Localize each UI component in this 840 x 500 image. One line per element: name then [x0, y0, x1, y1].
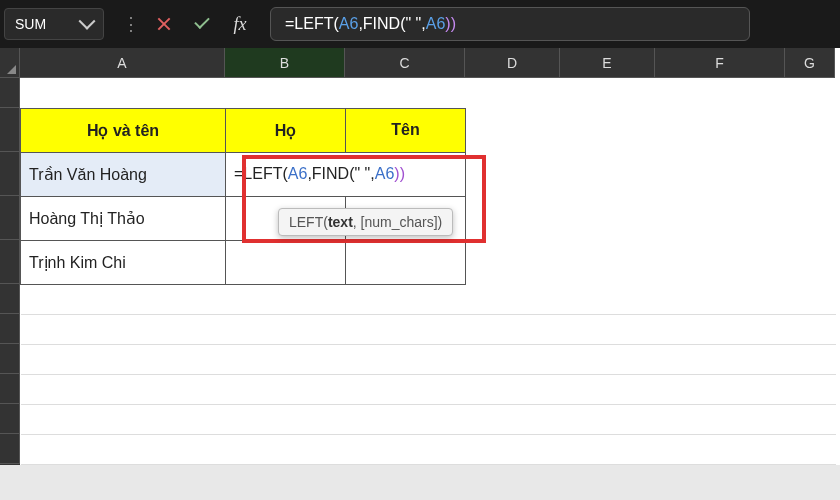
row-headers — [0, 78, 20, 465]
close-icon — [156, 16, 172, 32]
row-header[interactable] — [0, 240, 20, 284]
name-box[interactable]: SUM — [4, 8, 104, 40]
cell-name-1[interactable]: Trần Văn Hoàng — [21, 152, 226, 196]
function-tooltip: LEFT(text, [num_chars]) — [278, 208, 453, 236]
divider: ⋮ — [120, 13, 142, 35]
worksheet: A B C D E F G — [0, 48, 840, 465]
row-header[interactable] — [0, 108, 20, 152]
formula-toolbar: SUM ⋮ fx =LEFT(A6,FIND(" ",A6)) — [0, 0, 840, 48]
header-ho[interactable]: Họ — [226, 108, 346, 152]
cell-name-2[interactable]: Hoàng Thị Thảo — [21, 196, 226, 240]
row-header[interactable] — [0, 344, 20, 374]
row-header[interactable] — [0, 284, 20, 314]
row-header[interactable] — [0, 374, 20, 404]
cell-grid[interactable]: Họ và tên Họ Tên Trần Văn Hoàng =LEFT(A6… — [20, 78, 836, 465]
fx-icon: fx — [234, 14, 247, 35]
cell[interactable] — [226, 240, 346, 284]
chevron-down-icon[interactable] — [79, 13, 96, 30]
formula-bar-input[interactable]: =LEFT(A6,FIND(" ",A6)) — [270, 7, 750, 41]
column-headers: A B C D E F G — [20, 48, 835, 78]
header-ten[interactable]: Tên — [346, 108, 466, 152]
insert-function-button[interactable]: fx — [224, 8, 256, 40]
select-all-button[interactable] — [0, 48, 20, 78]
active-cell[interactable]: =LEFT(A6,FIND(" ",A6)) — [226, 152, 466, 196]
header-name[interactable]: Họ và tên — [21, 108, 226, 152]
check-icon — [194, 13, 210, 29]
col-header-g[interactable]: G — [785, 48, 835, 78]
row-header[interactable] — [0, 78, 20, 108]
col-header-d[interactable]: D — [465, 48, 560, 78]
col-header-b[interactable]: B — [225, 48, 345, 78]
row-header[interactable] — [0, 196, 20, 240]
cell-name-3[interactable]: Trịnh Kim Chi — [21, 240, 226, 284]
col-header-e[interactable]: E — [560, 48, 655, 78]
col-header-f[interactable]: F — [655, 48, 785, 78]
row-header[interactable] — [0, 314, 20, 344]
cancel-formula-button[interactable] — [148, 8, 180, 40]
formula-text: =LEFT(A6,FIND(" ",A6)) — [285, 15, 456, 33]
col-header-a[interactable]: A — [20, 48, 225, 78]
cell[interactable] — [346, 240, 466, 284]
col-header-c[interactable]: C — [345, 48, 465, 78]
name-box-value: SUM — [15, 16, 46, 32]
row-header[interactable] — [0, 434, 20, 464]
accept-formula-button[interactable] — [186, 8, 218, 40]
row-header[interactable] — [0, 152, 20, 196]
row-header[interactable] — [0, 404, 20, 434]
